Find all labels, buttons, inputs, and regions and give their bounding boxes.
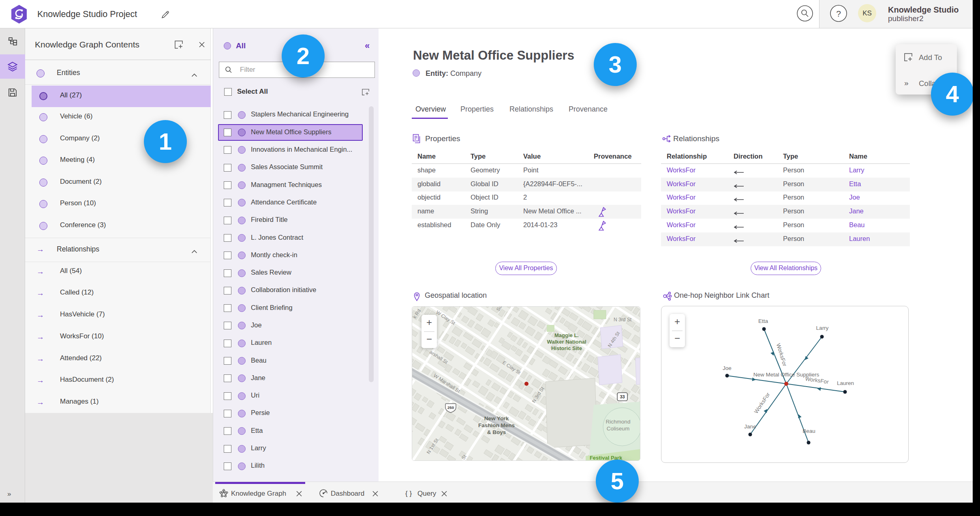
svg-text:Historic Site: Historic Site xyxy=(551,345,582,351)
svg-text:Coliseum: Coliseum xyxy=(607,426,629,432)
svg-text:Jane: Jane xyxy=(744,424,756,430)
svg-text:Joe: Joe xyxy=(723,365,732,371)
svg-text:?: ? xyxy=(836,9,841,18)
svg-text:Etta: Etta xyxy=(758,318,768,324)
svg-text:250: 250 xyxy=(447,405,454,410)
svg-text:Richmond: Richmond xyxy=(606,419,631,425)
svg-text:Larry: Larry xyxy=(816,325,829,331)
svg-text:N 3rd St: N 3rd St xyxy=(614,317,632,322)
svg-text:WorksFor: WorksFor xyxy=(775,343,788,368)
svg-text:Beau: Beau xyxy=(802,428,815,434)
svg-text:WorksFor: WorksFor xyxy=(805,376,829,385)
svg-text:New York: New York xyxy=(484,415,509,421)
svg-text:Maggie L.: Maggie L. xyxy=(554,332,579,338)
svg-text:Walker National: Walker National xyxy=(547,339,586,345)
svg-text:33: 33 xyxy=(620,394,625,399)
svg-text:WorksFor: WorksFor xyxy=(753,391,771,415)
svg-text:Lauren: Lauren xyxy=(837,380,854,386)
svg-text:Fashion Mens: Fashion Mens xyxy=(478,422,515,428)
svg-text:& Boys: & Boys xyxy=(487,429,506,435)
